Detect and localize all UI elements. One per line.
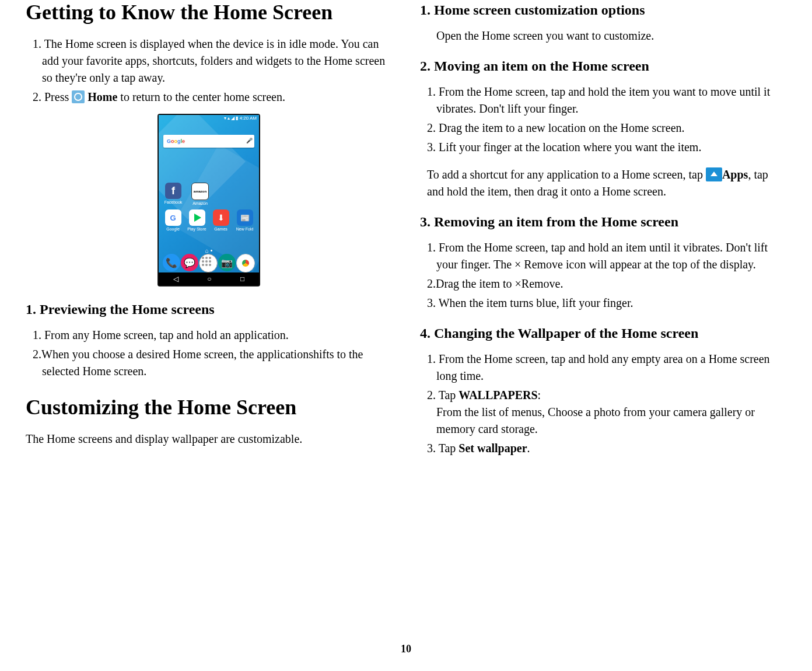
app-newfold: 📰New Fold [234,209,256,231]
para-customizable: The Home screens and display wallpaper a… [26,431,392,448]
home-icon [72,90,85,103]
heading-customization-options: 1. Home screen customization options [420,2,786,18]
dock-drawer-icon [199,254,218,272]
heading-moving-item: 2. Moving an item on the Home screen [420,58,786,74]
home-label: Home [88,90,117,103]
app-amazon: amazonAmazon [189,183,211,205]
wallpapers-label: WALLPAPERS [459,389,537,401]
phone-frame: ▾ ▴ ◢ ▮ 4:20 AM Google fFacebook amazonA… [158,114,260,286]
phone-screen: ▾ ▴ ◢ ▮ 4:20 AM Google fFacebook amazonA… [159,115,259,285]
remove-step1: 1. From the Home screen, tap and hold an… [420,239,786,273]
app-games: ⬇Games [210,209,232,231]
left-column: Getting to Know the Home Screen 1. The H… [12,0,406,636]
page-indicator: ⌂ • [159,247,259,254]
move-step2: 2. Drag the item to a new location on th… [420,120,786,137]
preview-step2: 2.When you choose a desired Home screen,… [26,346,392,380]
page-number: 10 [0,643,812,655]
google-logo: Google [163,138,185,144]
dock-message-icon: 💬 [181,254,198,271]
heading-previewing: 1. Previewing the Home screens [26,302,392,317]
dock-phone-icon: 📞 [163,254,180,271]
app-google: GGoogle [162,209,184,231]
phone-screenshot: ▾ ▴ ◢ ▮ 4:20 AM Google fFacebook amazonA… [26,114,392,288]
set-wallpaper-label: Set wallpaper [459,442,527,455]
remove-step3: 3. When the item turns blue, lift your f… [420,295,786,312]
para-press-home: 2. Press Home to return to the center ho… [26,89,392,106]
dock: 📞 💬 📷 [159,254,259,272]
nav-home-icon: ○ [207,275,211,283]
opt-step: Open the Home screen you want to customi… [420,27,786,44]
nav-recent-icon: □ [240,275,244,283]
nav-bar: ◁ ○ □ [159,272,259,285]
heading-getting-to-know: Getting to Know the Home Screen [26,0,392,25]
heading-removing-item: 3. Removing an item from the Home screen [420,214,786,230]
right-column: 1. Home screen customization options Ope… [406,0,800,636]
page-content: Getting to Know the Home Screen 1. The H… [0,0,812,636]
mic-icon [246,138,251,145]
app-playstore: Play Store [186,209,208,231]
para-idle-mode: 1. The Home screen is displayed when the… [26,36,392,86]
wall-step1: 1. From the Home screen, tap and hold an… [420,351,786,385]
move-step3: 3. Lift your finger at the location wher… [420,139,786,156]
google-search-bar: Google [163,135,254,148]
apps-icon [706,167,722,181]
status-time: 4:20 AM [240,116,257,121]
apps-label: Apps [722,168,748,181]
remove-step2: 2.Drag the item to ×Remove. [420,275,786,292]
heading-change-wallpaper: 4. Changing the Wallpaper of the Home sc… [420,326,786,341]
move-step1: 1. From the Home screen, tap and hold th… [420,83,786,117]
status-bar: ▾ ▴ ◢ ▮ 4:20 AM [159,115,259,123]
dock-camera-icon: 📷 [218,254,236,271]
wall-step3: 3. Tap Set wallpaper. [420,440,786,457]
preview-step1: 1. From any Home screen, tap and hold an… [26,327,392,344]
app-facebook: fFacebook [162,183,184,205]
nav-back-icon: ◁ [173,275,178,283]
dock-chrome-icon [236,254,255,272]
move-tip: To add a shortcut for any application to… [420,166,786,200]
wall-step2: 2. Tap WALLPAPERS: From the list of menu… [420,387,786,438]
heading-customizing: Customizing the Home Screen [26,395,392,420]
